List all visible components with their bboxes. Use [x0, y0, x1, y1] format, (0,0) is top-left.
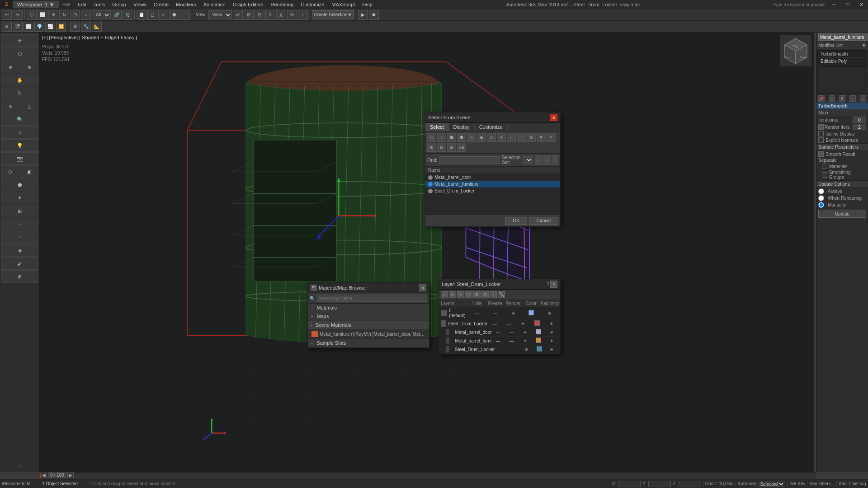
y-value[interactable] — [648, 481, 671, 487]
manually-radio[interactable] — [818, 202, 824, 208]
layer-tb-btn2[interactable]: ✕ — [449, 291, 456, 298]
tool-paint[interactable]: 🖌 — [1, 257, 38, 270]
isoline-checkbox[interactable] — [818, 131, 824, 136]
browser-close-button[interactable]: ✕ — [419, 284, 426, 291]
dtb-none[interactable]: ○ — [437, 133, 446, 142]
next-frame-btn[interactable]: ▶ — [67, 472, 74, 478]
explicit-normals-checkbox[interactable] — [818, 137, 824, 143]
layer-tb-btn8[interactable]: 🔧 — [498, 291, 505, 298]
tab-customize[interactable]: Customize — [475, 123, 508, 131]
dtb-find-prev[interactable]: ← — [535, 155, 542, 164]
dialog-list-item-2[interactable]: Steel_Drum_Locker — [425, 188, 560, 194]
layer-tb-btn6[interactable]: ⊟ — [481, 291, 489, 298]
fence-select-button[interactable]: ⬟ — [169, 10, 179, 20]
layer-render-2[interactable]: ☀ — [519, 330, 532, 335]
browser-section-maps[interactable]: + Maps — [308, 312, 429, 321]
layer-help-btn[interactable]: ? — [547, 282, 549, 287]
layer-radiosity-2[interactable]: ☀ — [545, 330, 558, 335]
mirror-button[interactable]: ⇌ — [233, 10, 243, 20]
layer-item-1[interactable]: Steel_Drum_Locker — — ☀ ☀ — [439, 319, 560, 328]
rotate-button[interactable]: ↻ — [59, 10, 69, 20]
layer-radiosity-3[interactable]: ☀ — [545, 338, 558, 343]
dtb-find-up[interactable]: ↑ — [552, 155, 558, 164]
mod-delete-btn[interactable]: 🗑 — [839, 95, 845, 102]
dialog-list-item-1[interactable]: Metal_barrel_furniture — [425, 181, 560, 188]
lasso-select-button[interactable]: ⌒ — [180, 10, 190, 20]
stop-button[interactable]: ⏹ — [369, 10, 379, 20]
update-button[interactable]: Update — [818, 210, 866, 218]
transform-center-dropdown[interactable]: View — [208, 10, 232, 19]
dtb-invert[interactable]: ⬟ — [447, 133, 456, 142]
materials-checkbox[interactable] — [822, 164, 827, 169]
link-button[interactable]: 🔗 — [112, 10, 122, 20]
dialog-list-item-0[interactable]: Metal_barrel_door — [425, 174, 560, 181]
layer-render-3[interactable]: ☀ — [518, 338, 532, 343]
layer-render-4[interactable]: ☀ — [520, 347, 533, 352]
frame-value[interactable]: 0 / 100 — [48, 472, 66, 478]
menu-edit[interactable]: Edit — [74, 1, 90, 8]
dtb-geometry[interactable]: ⬢ — [457, 133, 466, 142]
layer-freeze-3[interactable]: — — [505, 338, 519, 343]
modifier-item-turbosmooth[interactable]: TurboSmooth — [818, 51, 867, 58]
mod-pin-btn[interactable]: 📌 — [818, 95, 825, 102]
modifier-item-editablepoly[interactable]: Editable Poly — [818, 58, 867, 65]
add-time-tag-btn[interactable]: Add Time Tag — [839, 481, 866, 486]
dtb-spacewarps[interactable]: ≈ — [507, 133, 516, 142]
unlink-button[interactable]: ⛓ — [123, 10, 132, 20]
dtb-shapes[interactable]: ◇ — [467, 133, 476, 142]
tool-particles[interactable]: ∷ — [1, 218, 38, 230]
render-iters-input[interactable] — [853, 124, 866, 130]
tool-select[interactable]: ⬡ — [1, 47, 38, 60]
schematic-view[interactable]: 🔀 — [56, 22, 66, 32]
dialog-find-input[interactable] — [439, 156, 500, 164]
timeline-bar[interactable] — [40, 472, 816, 479]
tab-display[interactable]: Display — [449, 123, 475, 131]
menu-animation[interactable]: Animation — [200, 1, 229, 8]
layer-freeze-4[interactable]: — — [508, 347, 520, 352]
menu-views[interactable]: Views — [130, 1, 150, 8]
mod-down-btn[interactable]: ↓ — [860, 95, 866, 102]
tool-half-3[interactable]: ⊙ — [1, 100, 19, 113]
layer-tb-btn5[interactable]: ⊞ — [473, 291, 481, 298]
layer-freeze-1[interactable]: — — [502, 321, 516, 326]
x-value[interactable] — [618, 481, 641, 487]
modifier-list-dropdown[interactable]: ▼ — [862, 43, 866, 48]
dtb-find-next[interactable]: → — [543, 155, 550, 164]
layer-hide-4[interactable]: — — [495, 347, 507, 352]
menu-help[interactable]: Help — [359, 1, 376, 8]
tb2-btn1[interactable]: ⚙ — [70, 22, 80, 32]
key-filters-btn[interactable]: Key Filters... — [809, 481, 835, 486]
tool-half-6[interactable]: ▣ — [20, 165, 38, 178]
dialog-close-button[interactable]: ✕ — [550, 114, 557, 121]
layer-render-0[interactable]: ☀ — [504, 311, 522, 316]
tb2-btn2[interactable]: 🔧 — [81, 22, 91, 32]
curve-editor[interactable]: 📈 — [45, 22, 55, 32]
menu-file[interactable]: File — [59, 1, 74, 8]
menu-graph-editors[interactable]: Graph Editors — [229, 1, 267, 8]
main-viewport[interactable]: [+] [Perspective] [ Shaded + Edged Faces… — [40, 33, 814, 472]
maximize-button[interactable]: □ — [841, 0, 854, 9]
redo-button[interactable]: ↪ — [13, 10, 23, 20]
set-key-btn[interactable]: Set Key — [789, 481, 805, 486]
tool-lights[interactable]: 💡 — [1, 139, 38, 152]
play-button[interactable]: ▶ — [358, 10, 368, 20]
close-button[interactable]: ✕ — [854, 0, 868, 9]
layer-hide-2[interactable]: — — [492, 330, 505, 335]
dtb-case[interactable]: Aa — [457, 143, 466, 152]
mod-new-btn[interactable]: + — [829, 95, 835, 102]
percent-snap[interactable]: % — [287, 10, 297, 20]
layer-hide-1[interactable]: — — [487, 321, 501, 326]
dtb-display2[interactable]: ⊟ — [437, 143, 446, 152]
tool-half-1[interactable]: ⊕ — [1, 61, 19, 73]
layer-color-3[interactable] — [532, 338, 545, 344]
layer-color-4[interactable] — [533, 346, 546, 352]
tab-select[interactable]: Select — [425, 123, 449, 131]
layer-tb-btn7[interactable]: ↕ — [490, 291, 497, 298]
angle-snap[interactable]: ∡ — [276, 10, 286, 20]
viewport-cube[interactable]: Top Front Right — [780, 35, 811, 66]
layer-item-3[interactable]: Metal_barrel_furni — — ☀ ☀ — [444, 337, 560, 345]
dtb-display3[interactable]: ⊠ — [447, 143, 456, 152]
layer-hide-0[interactable]: — — [468, 311, 486, 316]
tool-zoom[interactable]: 🔍 — [1, 113, 38, 126]
render-setup[interactable]: 🎬 — [13, 22, 23, 32]
